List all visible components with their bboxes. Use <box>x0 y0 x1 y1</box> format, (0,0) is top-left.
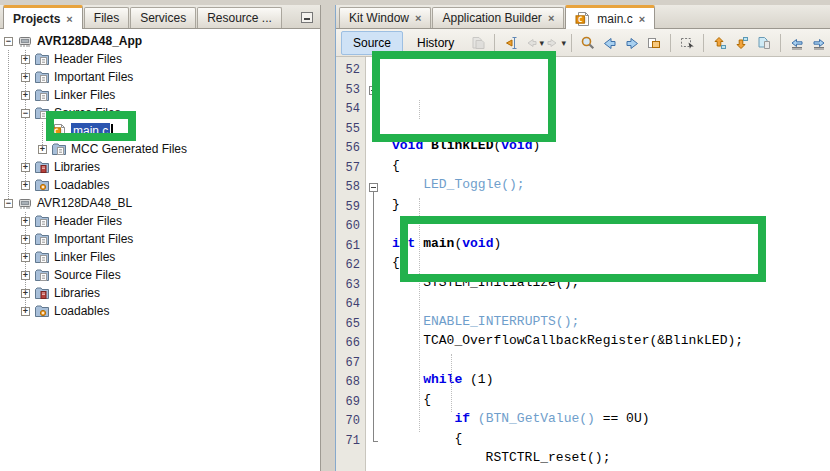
close-icon[interactable]: × <box>415 13 421 23</box>
tree-item-label: Libraries <box>54 286 100 300</box>
tree-item-avr128da48-app[interactable]: −AVR128DA48_App <box>0 32 320 50</box>
code-line-64[interactable]: while (1) <box>392 370 830 390</box>
projects-tree[interactable]: −AVR128DA48_App+Header Files+Important F… <box>0 29 320 471</box>
minimize-panel-button[interactable] <box>301 12 313 23</box>
find-previous-button[interactable] <box>600 32 620 54</box>
tree-item-mcc-generated-files[interactable]: +MCC Generated Files <box>0 140 320 158</box>
fold-line <box>373 198 374 218</box>
tree-item-important-files[interactable]: +Important Files <box>0 68 320 86</box>
tab-main-c[interactable]: Cmain.c× <box>565 5 655 29</box>
code-line-56[interactable] <box>392 214 830 234</box>
expand-icon[interactable]: + <box>21 289 30 298</box>
code-line-65[interactable]: { <box>392 390 830 410</box>
tab-files[interactable]: Files <box>84 7 129 28</box>
code-line-69[interactable]: } <box>392 468 830 471</box>
tab-resource[interactable]: Resource ... <box>197 7 282 28</box>
chevron-down-icon[interactable]: ▾ <box>562 38 567 48</box>
expand-icon[interactable]: + <box>21 55 30 64</box>
code-line-61[interactable]: ENABLE_INTERRUPTS(); <box>392 312 830 332</box>
explorer-tabs: Projects×FilesServicesResource ... <box>0 5 320 29</box>
tree-item-loadables[interactable]: +Loadables <box>0 302 320 320</box>
find-next-button[interactable] <box>622 32 642 54</box>
code-line-55[interactable]: } <box>392 195 830 215</box>
code-line-52[interactable]: void BlinkLED(void) <box>392 136 830 156</box>
code-line-60[interactable] <box>392 292 830 312</box>
tree-item-avr128da48-bl[interactable]: −AVR128DA48_BL <box>0 194 320 212</box>
next-bookmark-button[interactable] <box>732 32 752 54</box>
tree-item-important-files[interactable]: +Important Files <box>0 230 320 248</box>
close-icon[interactable]: × <box>66 14 72 24</box>
code-line-63[interactable] <box>392 351 830 371</box>
code-line-53[interactable]: { <box>392 156 830 176</box>
expand-icon[interactable]: + <box>21 217 30 226</box>
forward-button[interactable]: ▾ <box>545 32 565 54</box>
collapse-icon[interactable]: − <box>4 199 13 208</box>
source-view-toggle[interactable]: Source <box>341 31 403 55</box>
collapse-icon[interactable]: − <box>21 109 30 118</box>
code-token: LED_Toggle(); <box>423 177 524 192</box>
rectangular-selection-button[interactable] <box>677 32 697 54</box>
tree-item-source-files[interactable]: +Source Files <box>0 266 320 284</box>
toggle-bookmark-button[interactable] <box>754 32 774 54</box>
collapse-icon[interactable]: − <box>4 37 13 46</box>
fold-marker-row <box>366 120 382 140</box>
code-line-68[interactable]: RSTCTRL_reset(); <box>392 448 830 468</box>
code-token: (1) <box>462 372 493 387</box>
code-line-59[interactable]: SYSTEM_Initialize(); <box>392 273 830 293</box>
shift-line-right-button[interactable] <box>809 32 829 54</box>
close-icon[interactable]: × <box>639 14 645 24</box>
previous-bookmark-button[interactable] <box>710 32 730 54</box>
tree-item-header-files[interactable]: +Header Files <box>0 50 320 68</box>
code-token: void <box>392 138 423 153</box>
tab-application-builder[interactable]: Application Builder× <box>432 7 564 28</box>
expand-icon[interactable]: + <box>21 253 30 262</box>
find-selection-icon <box>580 35 596 51</box>
expand-icon[interactable]: + <box>21 181 30 190</box>
history-view-toggle[interactable]: History <box>405 31 466 55</box>
code-text-area[interactable]: void BlinkLED(void){ LED_Toggle();}int m… <box>382 57 830 471</box>
back-button[interactable]: ▾ <box>523 32 543 54</box>
fold-collapse-icon[interactable] <box>369 86 378 95</box>
tree-item-main-c[interactable]: Cmain.c <box>0 122 320 140</box>
code-line-66[interactable]: if (BTN_GetValue() == 0U) <box>392 409 830 429</box>
versioning-diff-button[interactable] <box>468 32 488 54</box>
fold-marker-row <box>366 276 382 296</box>
expand-icon[interactable]: + <box>21 235 30 244</box>
expand-icon[interactable]: + <box>21 307 30 316</box>
tree-item-linker-files[interactable]: +Linker Files <box>0 248 320 266</box>
tab-kit-window[interactable]: Kit Window× <box>339 7 431 28</box>
tree-item-source-files[interactable]: −Source Files <box>0 104 320 122</box>
expand-icon[interactable]: + <box>38 145 47 154</box>
code-line-58[interactable]: { <box>392 253 830 273</box>
tab-services[interactable]: Services <box>130 7 196 28</box>
tab-projects[interactable]: Projects× <box>3 5 83 29</box>
fold-line <box>373 217 374 237</box>
tab-label: Kit Window <box>349 11 409 25</box>
code-line-54[interactable]: LED_Toggle(); <box>392 175 830 195</box>
expand-icon[interactable]: + <box>21 73 30 82</box>
find-selection-button[interactable] <box>578 32 598 54</box>
last-edit-button[interactable] <box>501 32 521 54</box>
code-line-62[interactable]: TCA0_OverflowCallbackRegister(&BlinkLED)… <box>392 331 830 351</box>
fold-collapse-icon[interactable] <box>369 183 378 192</box>
tree-item-linker-files[interactable]: +Linker Files <box>0 86 320 104</box>
code-line-57[interactable]: int main(void) <box>392 234 830 254</box>
chevron-down-icon[interactable]: ▾ <box>540 38 545 48</box>
fold-end-icon <box>373 432 378 442</box>
tree-item-libraries[interactable]: +Libraries <box>0 158 320 176</box>
tree-item-header-files[interactable]: +Header Files <box>0 212 320 230</box>
shift-line-left-button[interactable] <box>787 32 807 54</box>
c-file-icon: C <box>575 11 591 27</box>
indent <box>0 59 21 60</box>
toggle-highlight-button[interactable] <box>644 32 664 54</box>
expand-icon[interactable]: + <box>21 271 30 280</box>
code-line-67[interactable]: { <box>392 429 830 449</box>
expand-icon[interactable]: + <box>21 91 30 100</box>
tree-item-loadables[interactable]: +Loadables <box>0 176 320 194</box>
expand-icon[interactable]: + <box>21 163 30 172</box>
line-number: 60 <box>336 217 360 237</box>
last-edit-icon <box>503 35 519 51</box>
fold-marker-row <box>366 412 382 432</box>
tree-item-libraries[interactable]: +Libraries <box>0 284 320 302</box>
close-icon[interactable]: × <box>548 13 554 23</box>
